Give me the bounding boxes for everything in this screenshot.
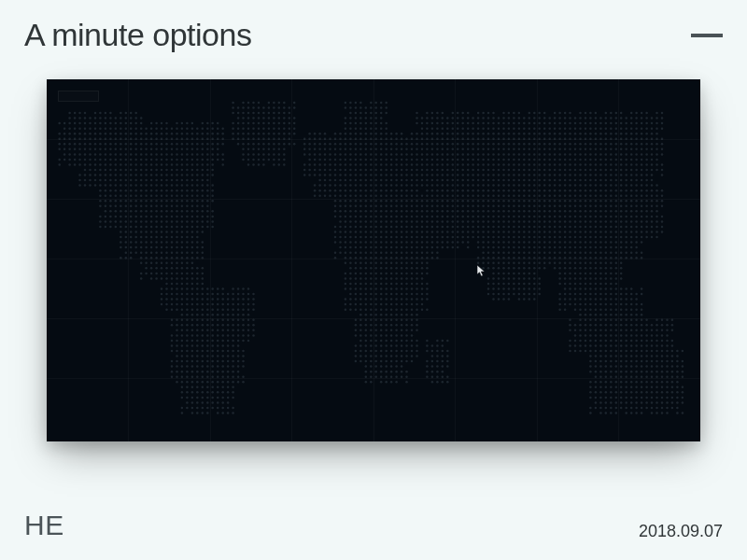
svg-point-1906 <box>569 205 571 208</box>
svg-point-3143 <box>401 298 403 301</box>
svg-point-1542 <box>533 184 536 187</box>
svg-point-625 <box>661 137 664 140</box>
svg-point-823 <box>508 148 511 151</box>
svg-point-3629 <box>227 350 230 353</box>
svg-point-3883 <box>370 375 373 378</box>
svg-point-2477 <box>457 241 459 244</box>
svg-point-2131 <box>385 220 388 223</box>
svg-point-2588 <box>130 251 133 254</box>
svg-point-109 <box>655 112 658 115</box>
svg-point-3500 <box>605 334 608 337</box>
svg-point-857 <box>78 153 81 156</box>
svg-point-605 <box>558 137 561 140</box>
svg-point-4003 <box>615 391 618 394</box>
svg-point-2778 <box>605 262 608 265</box>
minimize-icon[interactable] <box>691 34 723 37</box>
svg-point-1930 <box>130 210 133 213</box>
svg-point-905 <box>355 153 358 156</box>
svg-point-1069 <box>620 159 623 161</box>
svg-point-1871 <box>390 205 393 208</box>
svg-point-3386 <box>380 324 383 327</box>
svg-point-3196 <box>365 303 368 306</box>
svg-point-2409 <box>523 236 526 239</box>
svg-point-762 <box>161 148 163 151</box>
svg-point-949 <box>579 153 582 156</box>
svg-point-2325 <box>508 231 511 233</box>
svg-point-79 <box>461 112 464 115</box>
svg-point-33 <box>355 106 358 109</box>
svg-point-3135 <box>359 298 362 301</box>
svg-point-1382 <box>89 179 92 182</box>
svg-point-1970 <box>452 210 455 213</box>
svg-point-3002 <box>221 287 224 290</box>
svg-point-1560 <box>625 184 627 187</box>
svg-point-240 <box>359 122 362 125</box>
svg-point-2575 <box>579 246 582 249</box>
svg-point-3091 <box>518 293 521 296</box>
svg-point-3546 <box>574 340 577 343</box>
svg-point-3411 <box>655 324 658 327</box>
svg-point-417 <box>161 133 163 135</box>
svg-point-796 <box>370 148 373 151</box>
svg-point-3405 <box>625 324 627 327</box>
svg-point-199 <box>78 122 81 125</box>
svg-point-1238 <box>436 169 439 172</box>
svg-point-1200 <box>155 169 158 172</box>
svg-point-1873 <box>401 205 403 208</box>
svg-point-15 <box>374 102 377 105</box>
svg-point-3120 <box>196 298 199 301</box>
svg-point-892 <box>273 153 275 156</box>
svg-point-2174 <box>605 220 608 223</box>
svg-point-3789 <box>365 365 368 368</box>
svg-point-860 <box>94 153 97 156</box>
svg-point-3419 <box>196 329 199 332</box>
svg-point-1960 <box>401 210 403 213</box>
svg-point-3963 <box>211 386 214 389</box>
svg-point-4114 <box>605 412 608 414</box>
svg-point-2966 <box>426 283 429 286</box>
svg-point-588 <box>472 137 474 140</box>
svg-point-3921 <box>211 381 214 384</box>
svg-point-539 <box>206 137 209 140</box>
svg-point-2948 <box>196 283 199 286</box>
svg-point-35 <box>365 106 368 109</box>
svg-point-1559 <box>620 184 623 187</box>
svg-point-893 <box>278 153 281 156</box>
world-map-panel[interactable] <box>47 79 700 441</box>
svg-point-719 <box>548 143 551 146</box>
svg-point-808 <box>431 148 434 151</box>
svg-point-836 <box>574 148 577 151</box>
svg-point-940 <box>533 153 536 156</box>
svg-point-1776 <box>349 200 352 203</box>
svg-point-2633 <box>529 251 531 254</box>
svg-point-9 <box>293 102 296 105</box>
svg-point-3279 <box>196 314 199 316</box>
svg-point-2403 <box>492 236 495 239</box>
svg-point-3983 <box>666 386 669 389</box>
svg-point-3328 <box>237 318 240 321</box>
svg-point-3540 <box>416 340 418 343</box>
svg-point-1923 <box>655 205 658 208</box>
svg-point-325 <box>217 127 219 130</box>
svg-point-201 <box>89 122 92 125</box>
svg-point-2340 <box>585 231 587 233</box>
svg-point-45 <box>99 112 102 115</box>
svg-point-1127 <box>365 163 368 166</box>
svg-point-1884 <box>457 205 459 208</box>
svg-point-3181 <box>202 303 204 306</box>
svg-point-878 <box>186 153 189 156</box>
svg-point-1114 <box>283 163 286 166</box>
svg-point-1583 <box>181 189 184 192</box>
svg-point-3029 <box>513 287 515 290</box>
svg-point-2520 <box>155 246 158 249</box>
svg-point-607 <box>569 137 571 140</box>
svg-point-1967 <box>436 210 439 213</box>
svg-point-3063 <box>227 293 230 296</box>
svg-point-1117 <box>314 163 317 166</box>
svg-point-2318 <box>472 231 474 233</box>
svg-point-1976 <box>482 210 485 213</box>
svg-point-1453 <box>558 179 561 182</box>
svg-point-1983 <box>518 210 521 213</box>
svg-point-1035 <box>446 159 449 161</box>
svg-point-3706 <box>595 355 598 357</box>
